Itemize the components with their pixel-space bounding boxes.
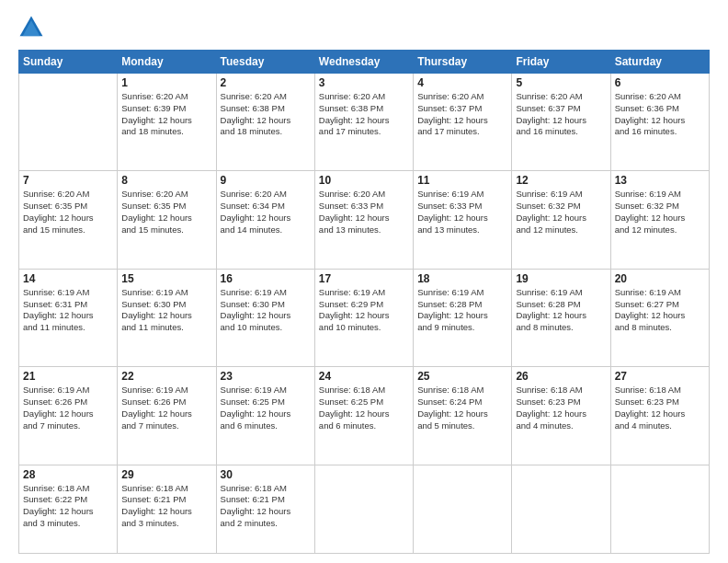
calendar-cell: 30Sunrise: 6:18 AMSunset: 6:21 PMDayligh…	[216, 465, 314, 553]
day-info: Sunrise: 6:20 AMSunset: 6:38 PMDaylight:…	[221, 91, 311, 138]
calendar-cell: 28Sunrise: 6:18 AMSunset: 6:22 PMDayligh…	[19, 465, 118, 553]
calendar-cell: 12Sunrise: 6:19 AMSunset: 6:32 PMDayligh…	[512, 171, 610, 269]
day-number: 26	[516, 370, 606, 383]
calendar-cell: 10Sunrise: 6:20 AMSunset: 6:33 PMDayligh…	[314, 171, 413, 269]
day-number: 4	[417, 76, 507, 89]
calendar-header-wednesday: Wednesday	[314, 51, 413, 74]
calendar-week-5: 28Sunrise: 6:18 AMSunset: 6:22 PMDayligh…	[19, 465, 710, 553]
calendar-week-1: 1Sunrise: 6:20 AMSunset: 6:39 PMDaylight…	[19, 74, 710, 171]
day-info: Sunrise: 6:19 AMSunset: 6:28 PMDaylight:…	[516, 287, 606, 334]
day-info: Sunrise: 6:19 AMSunset: 6:26 PMDaylight:…	[23, 385, 113, 431]
day-number: 20	[615, 272, 705, 285]
day-number: 21	[23, 370, 113, 383]
day-number: 8	[121, 174, 211, 187]
calendar-cell	[19, 74, 118, 171]
calendar-cell: 7Sunrise: 6:20 AMSunset: 6:35 PMDaylight…	[19, 171, 118, 269]
calendar-header-saturday: Saturday	[610, 51, 709, 74]
day-number: 3	[319, 76, 409, 89]
calendar-cell: 29Sunrise: 6:18 AMSunset: 6:21 PMDayligh…	[118, 465, 216, 553]
calendar-cell	[512, 465, 610, 553]
calendar-week-3: 14Sunrise: 6:19 AMSunset: 6:31 PMDayligh…	[19, 269, 710, 366]
calendar-cell: 26Sunrise: 6:18 AMSunset: 6:23 PMDayligh…	[512, 367, 610, 465]
day-number: 6	[615, 76, 705, 89]
day-info: Sunrise: 6:18 AMSunset: 6:23 PMDaylight:…	[516, 385, 606, 431]
day-number: 13	[615, 174, 705, 187]
calendar-cell: 5Sunrise: 6:20 AMSunset: 6:37 PMDaylight…	[512, 74, 610, 171]
header	[18, 15, 710, 40]
day-info: Sunrise: 6:19 AMSunset: 6:25 PMDaylight:…	[221, 385, 311, 431]
logo	[18, 15, 48, 40]
calendar-cell: 15Sunrise: 6:19 AMSunset: 6:30 PMDayligh…	[118, 269, 216, 366]
day-info: Sunrise: 6:19 AMSunset: 6:31 PMDaylight:…	[23, 287, 113, 334]
calendar-cell: 24Sunrise: 6:18 AMSunset: 6:25 PMDayligh…	[314, 367, 413, 465]
day-info: Sunrise: 6:18 AMSunset: 6:23 PMDaylight:…	[615, 385, 705, 431]
calendar-header-thursday: Thursday	[414, 51, 512, 74]
day-info: Sunrise: 6:20 AMSunset: 6:37 PMDaylight:…	[417, 91, 507, 138]
day-number: 25	[417, 370, 507, 383]
calendar-cell: 17Sunrise: 6:19 AMSunset: 6:29 PMDayligh…	[314, 269, 413, 366]
day-number: 19	[516, 272, 606, 285]
calendar-cell: 21Sunrise: 6:19 AMSunset: 6:26 PMDayligh…	[19, 367, 118, 465]
calendar-cell: 9Sunrise: 6:20 AMSunset: 6:34 PMDaylight…	[216, 171, 314, 269]
day-info: Sunrise: 6:20 AMSunset: 6:35 PMDaylight:…	[121, 189, 211, 236]
calendar-header-tuesday: Tuesday	[216, 51, 314, 74]
day-info: Sunrise: 6:19 AMSunset: 6:28 PMDaylight:…	[417, 287, 507, 334]
calendar-week-4: 21Sunrise: 6:19 AMSunset: 6:26 PMDayligh…	[19, 367, 710, 465]
day-number: 24	[319, 370, 409, 383]
day-info: Sunrise: 6:19 AMSunset: 6:26 PMDaylight:…	[121, 385, 211, 431]
calendar-cell: 2Sunrise: 6:20 AMSunset: 6:38 PMDaylight…	[216, 74, 314, 171]
day-info: Sunrise: 6:20 AMSunset: 6:34 PMDaylight:…	[221, 189, 311, 236]
day-info: Sunrise: 6:20 AMSunset: 6:38 PMDaylight:…	[319, 91, 409, 138]
calendar-cell: 22Sunrise: 6:19 AMSunset: 6:26 PMDayligh…	[118, 367, 216, 465]
calendar-cell	[610, 465, 709, 553]
day-info: Sunrise: 6:19 AMSunset: 6:30 PMDaylight:…	[121, 287, 211, 334]
calendar-cell: 25Sunrise: 6:18 AMSunset: 6:24 PMDayligh…	[414, 367, 512, 465]
page: SundayMondayTuesdayWednesdayThursdayFrid…	[0, 0, 728, 563]
calendar-cell: 19Sunrise: 6:19 AMSunset: 6:28 PMDayligh…	[512, 269, 610, 366]
day-info: Sunrise: 6:19 AMSunset: 6:30 PMDaylight:…	[221, 287, 311, 334]
calendar-cell: 18Sunrise: 6:19 AMSunset: 6:28 PMDayligh…	[414, 269, 512, 366]
calendar-cell: 1Sunrise: 6:20 AMSunset: 6:39 PMDaylight…	[118, 74, 216, 171]
day-number: 29	[121, 468, 211, 481]
day-number: 17	[319, 272, 409, 285]
day-info: Sunrise: 6:18 AMSunset: 6:25 PMDaylight:…	[319, 385, 409, 431]
day-info: Sunrise: 6:18 AMSunset: 6:21 PMDaylight:…	[221, 483, 311, 530]
day-info: Sunrise: 6:20 AMSunset: 6:36 PMDaylight:…	[615, 91, 705, 138]
calendar-cell: 23Sunrise: 6:19 AMSunset: 6:25 PMDayligh…	[216, 367, 314, 465]
calendar-cell: 13Sunrise: 6:19 AMSunset: 6:32 PMDayligh…	[610, 171, 709, 269]
day-info: Sunrise: 6:20 AMSunset: 6:39 PMDaylight:…	[121, 91, 211, 138]
calendar-header-friday: Friday	[512, 51, 610, 74]
calendar-cell	[314, 465, 413, 553]
day-number: 27	[615, 370, 705, 383]
day-number: 2	[221, 76, 311, 89]
calendar-cell	[414, 465, 512, 553]
day-info: Sunrise: 6:20 AMSunset: 6:33 PMDaylight:…	[319, 189, 409, 236]
calendar-header-sunday: Sunday	[19, 51, 118, 74]
day-number: 23	[221, 370, 311, 383]
calendar-cell: 8Sunrise: 6:20 AMSunset: 6:35 PMDaylight…	[118, 171, 216, 269]
day-info: Sunrise: 6:19 AMSunset: 6:33 PMDaylight:…	[417, 189, 507, 236]
calendar-cell: 6Sunrise: 6:20 AMSunset: 6:36 PMDaylight…	[610, 74, 709, 171]
day-number: 12	[516, 174, 606, 187]
calendar-table: SundayMondayTuesdayWednesdayThursdayFrid…	[18, 50, 710, 554]
day-number: 15	[121, 272, 211, 285]
calendar-cell: 20Sunrise: 6:19 AMSunset: 6:27 PMDayligh…	[610, 269, 709, 366]
day-number: 28	[23, 468, 113, 481]
calendar-header-row: SundayMondayTuesdayWednesdayThursdayFrid…	[19, 51, 710, 74]
day-number: 30	[221, 468, 311, 481]
day-info: Sunrise: 6:20 AMSunset: 6:35 PMDaylight:…	[23, 189, 113, 236]
day-number: 11	[417, 174, 507, 187]
day-info: Sunrise: 6:19 AMSunset: 6:32 PMDaylight:…	[516, 189, 606, 236]
day-info: Sunrise: 6:18 AMSunset: 6:24 PMDaylight:…	[417, 385, 507, 431]
day-number: 5	[516, 76, 606, 89]
calendar-cell: 3Sunrise: 6:20 AMSunset: 6:38 PMDaylight…	[314, 74, 413, 171]
day-number: 7	[23, 174, 113, 187]
day-info: Sunrise: 6:20 AMSunset: 6:37 PMDaylight:…	[516, 91, 606, 138]
day-number: 10	[319, 174, 409, 187]
calendar-cell: 16Sunrise: 6:19 AMSunset: 6:30 PMDayligh…	[216, 269, 314, 366]
day-info: Sunrise: 6:19 AMSunset: 6:29 PMDaylight:…	[319, 287, 409, 334]
day-number: 18	[417, 272, 507, 285]
calendar-week-2: 7Sunrise: 6:20 AMSunset: 6:35 PMDaylight…	[19, 171, 710, 269]
calendar-cell: 11Sunrise: 6:19 AMSunset: 6:33 PMDayligh…	[414, 171, 512, 269]
day-number: 22	[121, 370, 211, 383]
